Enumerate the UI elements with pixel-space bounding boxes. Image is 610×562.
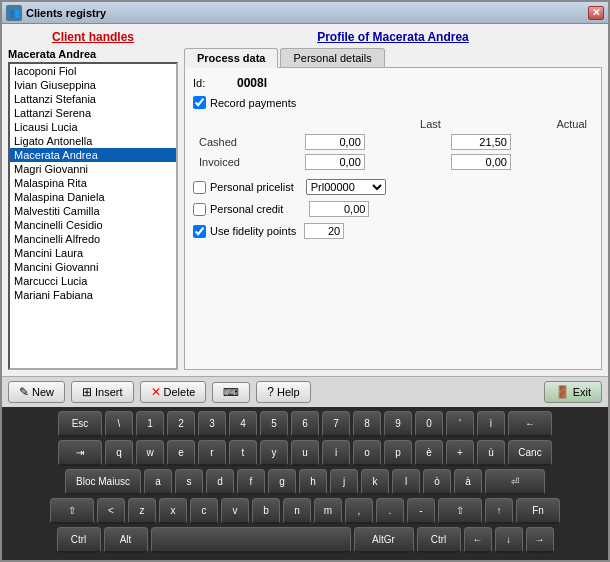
list-item[interactable]: Lattanzi Stefania: [10, 92, 176, 106]
kb-m[interactable]: m: [314, 498, 342, 524]
kb-o-grave[interactable]: ò: [423, 469, 451, 495]
kb-b[interactable]: b: [252, 498, 280, 524]
tab-personal-details[interactable]: Personal details: [280, 48, 384, 67]
kb-dot[interactable]: .: [376, 498, 404, 524]
help-button[interactable]: ? Help: [256, 381, 310, 403]
personal-pricelist-checkbox[interactable]: [193, 181, 206, 194]
kb-3[interactable]: 3: [198, 411, 226, 437]
delete-button[interactable]: ✕ Delete: [140, 381, 207, 403]
list-item[interactable]: Mariani Fabiana: [10, 288, 176, 302]
kb-6[interactable]: 6: [291, 411, 319, 437]
kb-k[interactable]: k: [361, 469, 389, 495]
client-listbox[interactable]: Iacoponi FiolIvian GiuseppinaLattanzi St…: [8, 62, 178, 370]
kb-p[interactable]: p: [384, 440, 412, 466]
kb-ctrl-left[interactable]: Ctrl: [57, 527, 101, 553]
kb-8[interactable]: 8: [353, 411, 381, 437]
cashed-actual-input[interactable]: [451, 134, 511, 150]
keyboard-button[interactable]: ⌨: [212, 382, 250, 403]
kb-i[interactable]: i: [322, 440, 350, 466]
kb-9[interactable]: 9: [384, 411, 412, 437]
kb-ctrl-right[interactable]: Ctrl: [417, 527, 461, 553]
list-item[interactable]: Iacoponi Fiol: [10, 64, 176, 78]
list-item[interactable]: Malaspina Rita: [10, 176, 176, 190]
kb-l[interactable]: l: [392, 469, 420, 495]
kb-w[interactable]: w: [136, 440, 164, 466]
list-item[interactable]: Malaspina Daniela: [10, 190, 176, 204]
kb-h[interactable]: h: [299, 469, 327, 495]
kb-r[interactable]: r: [198, 440, 226, 466]
kb-e-grave[interactable]: è: [415, 440, 443, 466]
kb-tab[interactable]: ⇥: [58, 440, 102, 466]
kb-c[interactable]: c: [190, 498, 218, 524]
kb-backslash[interactable]: \: [105, 411, 133, 437]
kb-s[interactable]: s: [175, 469, 203, 495]
kb-esc[interactable]: Esc: [58, 411, 102, 437]
kb-u[interactable]: u: [291, 440, 319, 466]
kb-5[interactable]: 5: [260, 411, 288, 437]
list-item[interactable]: Mancinelli Alfredo: [10, 232, 176, 246]
fidelity-input[interactable]: [304, 223, 344, 239]
tab-process-data[interactable]: Process data: [184, 48, 278, 68]
kb-t[interactable]: t: [229, 440, 257, 466]
kb-shift-left[interactable]: ⇧: [50, 498, 94, 524]
kb-canc[interactable]: Canc: [508, 440, 552, 466]
kb-1[interactable]: 1: [136, 411, 164, 437]
list-item[interactable]: Lattanzi Serena: [10, 106, 176, 120]
list-item[interactable]: Magri Giovanni: [10, 162, 176, 176]
kb-x[interactable]: x: [159, 498, 187, 524]
record-payments-checkbox[interactable]: [193, 96, 206, 109]
close-button[interactable]: ✕: [588, 6, 604, 20]
kb-q[interactable]: q: [105, 440, 133, 466]
kb-space[interactable]: [151, 527, 351, 553]
kb-caps[interactable]: Bloc Maiusc: [65, 469, 141, 495]
list-item[interactable]: Ligato Antonella: [10, 134, 176, 148]
kb-down[interactable]: ↓: [495, 527, 523, 553]
fidelity-checkbox[interactable]: [193, 225, 206, 238]
kb-enter[interactable]: ⏎: [485, 469, 545, 495]
kb-y[interactable]: y: [260, 440, 288, 466]
personal-credit-checkbox[interactable]: [193, 203, 206, 216]
kb-backspace[interactable]: ←: [508, 411, 552, 437]
list-item[interactable]: Mancini Giovanni: [10, 260, 176, 274]
kb-4[interactable]: 4: [229, 411, 257, 437]
kb-altgr[interactable]: AltGr: [354, 527, 414, 553]
kb-shift-right[interactable]: ⇧: [438, 498, 482, 524]
kb-d[interactable]: d: [206, 469, 234, 495]
list-item[interactable]: Malvestiti Camilla: [10, 204, 176, 218]
kb-dash[interactable]: -: [407, 498, 435, 524]
kb-right[interactable]: →: [526, 527, 554, 553]
kb-o[interactable]: o: [353, 440, 381, 466]
kb-n[interactable]: n: [283, 498, 311, 524]
kb-v[interactable]: v: [221, 498, 249, 524]
kb-z[interactable]: z: [128, 498, 156, 524]
kb-apos[interactable]: ': [446, 411, 474, 437]
invoiced-actual-input[interactable]: [451, 154, 511, 170]
kb-a-grave[interactable]: à: [454, 469, 482, 495]
kb-g[interactable]: g: [268, 469, 296, 495]
new-button[interactable]: ✎ New: [8, 381, 65, 403]
list-item[interactable]: Macerata Andrea: [10, 148, 176, 162]
kb-i-grave[interactable]: ì: [477, 411, 505, 437]
insert-button[interactable]: ⊞ Insert: [71, 381, 134, 403]
kb-fn[interactable]: Fn: [516, 498, 560, 524]
kb-left[interactable]: ←: [464, 527, 492, 553]
kb-u-grave[interactable]: ù: [477, 440, 505, 466]
kb-a[interactable]: a: [144, 469, 172, 495]
kb-f[interactable]: f: [237, 469, 265, 495]
list-item[interactable]: Mancini Laura: [10, 246, 176, 260]
kb-2[interactable]: 2: [167, 411, 195, 437]
kb-up[interactable]: ↑: [485, 498, 513, 524]
pricelist-select[interactable]: Prl00000: [306, 179, 386, 195]
list-item[interactable]: Ivian Giuseppina: [10, 78, 176, 92]
kb-comma[interactable]: ,: [345, 498, 373, 524]
kb-0[interactable]: 0: [415, 411, 443, 437]
kb-e[interactable]: e: [167, 440, 195, 466]
kb-7[interactable]: 7: [322, 411, 350, 437]
kb-alt[interactable]: Alt: [104, 527, 148, 553]
list-item[interactable]: Mancinelli Cesidio: [10, 218, 176, 232]
exit-button[interactable]: 🚪 Exit: [544, 381, 602, 403]
list-item[interactable]: Marcucci Lucia: [10, 274, 176, 288]
kb-plus[interactable]: +: [446, 440, 474, 466]
cashed-last-input[interactable]: [305, 134, 365, 150]
kb-j[interactable]: j: [330, 469, 358, 495]
